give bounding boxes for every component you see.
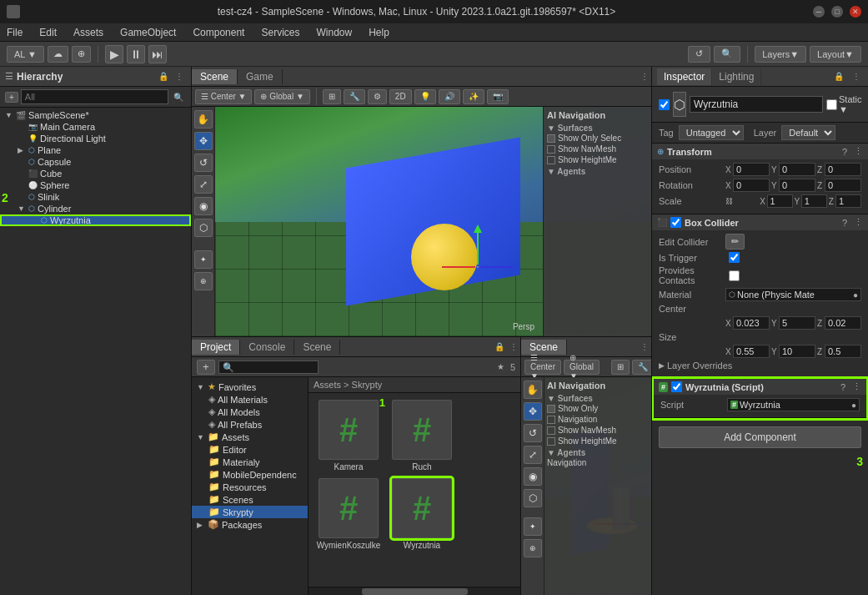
audio-btn[interactable]: 🔊 [439, 89, 460, 104]
bottom-hand-tool[interactable]: ✋ [524, 381, 542, 399]
scene-viewport-bottom[interactable]: Persp AI Navigation ▼ Surfaces Show Only [544, 377, 651, 595]
tree-item-slinik[interactable]: ▶ ⬡ Slinik [0, 191, 191, 203]
scene-viewport-top[interactable]: Persp AI Navigation ▼ Surfaces Show Only… [215, 107, 651, 336]
tree-item-samplescene[interactable]: ▼ 🎬 SampleScene* [0, 109, 191, 121]
tab-project[interactable]: Project [192, 340, 240, 355]
center-btn-top[interactable]: ☰ Center ▼ [195, 89, 252, 104]
bottom-custom1[interactable]: ✦ [524, 517, 542, 536]
grid-btn[interactable]: ⊞ [323, 89, 341, 104]
transform-header[interactable]: ⊕ Transform ? ⋮ [652, 144, 868, 159]
script-dot[interactable]: ● [851, 401, 856, 410]
tree-materialy[interactable]: 📁 Materialy [192, 456, 308, 468]
cy-input[interactable] [779, 316, 815, 330]
rot-z-input[interactable] [825, 179, 861, 192]
rot-y-input[interactable] [779, 179, 815, 192]
tab-scene-top[interactable]: Scene [192, 69, 238, 84]
layout-dropdown[interactable]: Layout ▼ [810, 46, 861, 63]
tab-scene-bottom[interactable]: Scene [521, 340, 567, 355]
play-button[interactable]: ▶ [105, 45, 123, 63]
bottom-custom2[interactable]: ⊕ [524, 539, 542, 557]
hierarchy-search-input[interactable] [21, 89, 168, 104]
collab-button[interactable]: ⊕ [72, 46, 91, 63]
rot-x-input[interactable] [733, 179, 770, 192]
asset-wyrzutnia[interactable]: # Wyrzutnia [389, 478, 455, 550]
scale-x-input[interactable] [767, 194, 793, 208]
undo-button[interactable]: ↺ [688, 46, 710, 63]
pos-y-input[interactable] [779, 163, 815, 176]
pos-x-input[interactable] [733, 163, 770, 176]
rect-tool[interactable]: ◉ [194, 197, 213, 215]
transform-menu-icon[interactable]: ⋮ [854, 146, 863, 157]
script-active-checkbox[interactable] [671, 381, 682, 392]
sz-input[interactable] [825, 345, 861, 358]
tab-console[interactable]: Console [240, 340, 294, 355]
step-button[interactable]: ⏭ [148, 45, 167, 63]
project-search-input[interactable] [218, 361, 319, 374]
nav-bottom-show-only[interactable]: Show Only [547, 404, 648, 413]
add-asset-button[interactable]: + [197, 360, 215, 375]
scale-tool[interactable]: ⤢ [194, 175, 213, 194]
nav-show-navmesh[interactable]: Show NavMesh [547, 144, 648, 154]
transform-help-icon[interactable]: ? [842, 147, 847, 157]
move-tool[interactable]: ✥ [194, 132, 213, 150]
rotate-tool[interactable]: ↺ [194, 154, 213, 172]
material-dot[interactable]: ● [853, 290, 858, 300]
cloud-button[interactable]: ☁ [48, 46, 68, 63]
sy-input[interactable] [779, 345, 815, 358]
custom-tool-1[interactable]: ✦ [194, 250, 213, 269]
minimize-button[interactable]: ─ [813, 6, 825, 18]
menu-edit[interactable]: Edit [36, 25, 60, 40]
scale-z-input[interactable] [835, 194, 861, 208]
tree-scenes[interactable]: 📁 Scenes [192, 493, 308, 506]
tree-item-sphere[interactable]: ▶ ⚪ Sphere [0, 179, 191, 191]
is-trigger-checkbox[interactable] [729, 252, 740, 263]
add-component-button[interactable]: Add Component [659, 426, 861, 448]
center-btn-bottom[interactable]: ☰ Center ▼ [524, 360, 561, 375]
layers-dropdown[interactable]: Layers ▼ [755, 46, 806, 63]
hand-tool[interactable]: ✋ [194, 110, 213, 129]
tab-lighting[interactable]: Lighting [712, 68, 761, 85]
bottom-transform-tool[interactable]: ⬡ [524, 489, 542, 507]
box-collider-checkbox[interactable] [670, 217, 681, 228]
fx-btn[interactable]: ✨ [463, 89, 484, 104]
inspector-lock-btn[interactable]: 🔒 [831, 71, 846, 82]
tree-all-materials[interactable]: ◈ All Materials [192, 393, 308, 406]
2d-btn[interactable]: 2D [389, 89, 412, 104]
tree-resources[interactable]: 📁 Resources [192, 481, 308, 493]
scene-top-menu-btn[interactable]: ⋮ [638, 71, 651, 82]
bottom-scene-menu-btn[interactable]: ⋮ [638, 341, 651, 352]
tree-editor[interactable]: 📁 Editor [192, 443, 308, 456]
cx-input[interactable] [733, 316, 770, 330]
custom-tool-2[interactable]: ⊕ [194, 272, 213, 290]
menu-assets[interactable]: Assets [70, 25, 107, 40]
menu-component[interactable]: Component [189, 25, 248, 40]
global-btn-top[interactable]: ⊕ Global ▼ [254, 89, 309, 104]
asset-ruch[interactable]: # Ruch [389, 400, 455, 471]
pause-button[interactable]: ⏸ [127, 45, 145, 63]
cz-input[interactable] [825, 316, 861, 330]
obj-name-input[interactable] [690, 96, 823, 113]
asset-wymienkoszulke[interactable]: # WymienKoszulke [315, 478, 382, 550]
tree-item-main-camera[interactable]: ▶ 📷 Main Camera [0, 121, 191, 133]
edit-collider-button[interactable]: ✏ [725, 234, 745, 250]
sx-input[interactable] [733, 345, 770, 358]
tree-assets-root[interactable]: ▼ 📁 Assets [192, 431, 308, 443]
tree-all-prefabs[interactable]: ◈ All Prefabs [192, 418, 308, 431]
transform-tool[interactable]: ⬡ [194, 219, 213, 237]
bottom-snap-btn[interactable]: 🔧 [632, 360, 651, 375]
tree-item-cube[interactable]: ▶ ⬛ Cube [0, 168, 191, 179]
script-menu[interactable]: ⋮ [852, 381, 861, 392]
tag-select[interactable]: Untagged [679, 125, 744, 140]
provides-contacts-checkbox[interactable] [729, 270, 740, 281]
script-help[interactable]: ? [840, 382, 845, 392]
hierarchy-menu-button[interactable]: ⋮ [173, 71, 186, 82]
bottom-scale-tool[interactable]: ⤢ [524, 446, 542, 464]
obj-active-checkbox[interactable] [659, 99, 670, 110]
asset-kamera[interactable]: # Kamera 1 [315, 400, 382, 471]
tree-item-plane[interactable]: ▶ ⬡ Plane [0, 144, 191, 156]
tree-mobiledepend[interactable]: 📁 MobileDependenc [192, 468, 308, 481]
hierarchy-search-icon[interactable]: 🔍 [171, 92, 186, 103]
nav-show-heightmap[interactable]: Show HeightMe [547, 155, 648, 164]
project-lock-btn[interactable]: 🔒 [492, 341, 507, 352]
menu-gameobject[interactable]: GameObject [117, 25, 179, 40]
